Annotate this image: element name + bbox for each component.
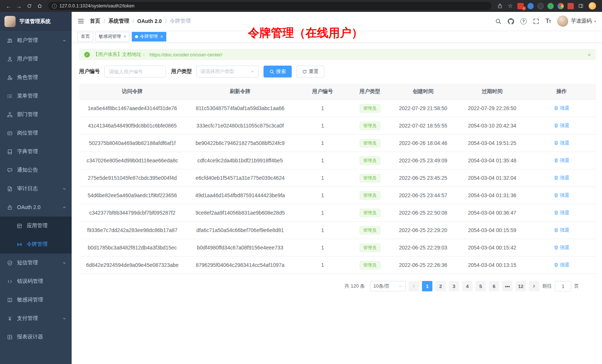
sidebar-item-notice[interactable]: 通知公告 xyxy=(0,161,72,179)
user-menu[interactable]: 芋道源码 ▾ xyxy=(557,16,596,27)
force-logout-button[interactable]: 强退 xyxy=(554,157,569,164)
sidebar-item-report-designer[interactable]: 报表设计器 xyxy=(0,328,72,346)
force-logout-button[interactable]: 强退 xyxy=(554,262,569,268)
reset-button[interactable]: 重置 xyxy=(296,66,324,77)
force-logout-button[interactable]: 强退 xyxy=(554,140,569,146)
page-button-1[interactable]: 1 xyxy=(422,281,432,291)
app-window-icon xyxy=(17,223,22,229)
github-icon[interactable] xyxy=(508,18,514,24)
browser-refresh-button[interactable] xyxy=(24,1,34,10)
cell-create-time: 2022-07-29 21:58:50 xyxy=(389,100,457,117)
table-row: c342377bf8b344799dcbf7bf095287f2 9ce8ef2… xyxy=(79,204,596,222)
cell-user-type: 管理员 xyxy=(350,257,389,274)
force-logout-button[interactable]: 强退 xyxy=(554,105,569,112)
page-button-5[interactable]: 5 xyxy=(475,281,486,291)
pagination: 共 120 条 10条/页 123456•••12 前往 页 xyxy=(79,281,596,291)
cell-create-time: 2022-06-25 22:29:03 xyxy=(389,239,457,257)
cell-expire-time: 2054-03-04 19:51:25 xyxy=(457,135,527,152)
extension-icon-colorful[interactable] xyxy=(557,3,564,9)
force-logout-button[interactable]: 强退 xyxy=(554,122,569,129)
cell-access-token: 1ea5e44f8bc1467aaede43144f31de76 xyxy=(79,100,186,117)
doc-link[interactable]: https://doc.iocoder.cn/user-center/ xyxy=(150,52,222,57)
force-logout-button[interactable]: 强退 xyxy=(554,209,569,216)
sidebar-item-payment[interactable]: 支付管理 xyxy=(0,309,72,328)
prev-page-button[interactable] xyxy=(409,281,419,291)
breadcrumb-separator: / xyxy=(104,18,105,24)
breadcrumb-oauth[interactable]: OAuth 2.0 xyxy=(137,18,162,24)
page-size-select[interactable]: 10条/页 xyxy=(370,281,406,291)
browser-address-bar[interactable]: i 127.0.0.1:1024/system/oauth2/token xyxy=(48,2,491,10)
breadcrumb-home[interactable]: 首页 xyxy=(90,18,100,24)
page-button-3[interactable]: 3 xyxy=(449,281,459,291)
search-button[interactable]: 搜索 xyxy=(264,66,292,77)
table-row: 1ea5e44f8bc1467aaede43144f31de76 811c530… xyxy=(79,100,596,117)
close-icon[interactable]: × xyxy=(124,34,126,39)
sidebar-item-sensitive-words[interactable]: 敏感词管理 xyxy=(0,291,72,309)
sidebar-item-app-management[interactable]: 应用管理 xyxy=(0,216,72,235)
sidebar-item-tenant[interactable]: 租户管理 xyxy=(0,31,72,50)
page-button-2[interactable]: 2 xyxy=(435,281,446,291)
force-logout-button[interactable]: 强退 xyxy=(554,244,569,251)
user-type-select[interactable]: 请选择用户类型 xyxy=(196,66,259,77)
sidebar-item-label: 部门管理 xyxy=(17,111,38,118)
next-page-button[interactable] xyxy=(529,281,539,291)
page-button-12[interactable]: 12 xyxy=(516,281,526,291)
page-info-icon[interactable]: i xyxy=(52,4,57,9)
tab-home[interactable]: 首页 xyxy=(78,32,93,42)
user-icon xyxy=(7,56,13,62)
force-logout-label: 强退 xyxy=(560,105,569,112)
search-icon[interactable] xyxy=(495,18,501,24)
browser-home-button[interactable] xyxy=(35,1,45,10)
sidebar-item-token-management[interactable]: 令牌管理 xyxy=(0,235,72,254)
bookmark-star-icon[interactable]: ☆ xyxy=(506,1,515,10)
help-icon[interactable]: ? xyxy=(520,18,527,24)
force-logout-button[interactable]: 强退 xyxy=(554,227,569,234)
sidebar-item-oauth[interactable]: OAuth 2.0 xyxy=(0,198,72,216)
cell-access-token: c342377bf8b344799dcbf7bf095287f2 xyxy=(79,204,186,222)
sidebar-item-sms[interactable]: 短信管理 xyxy=(0,254,72,272)
goto-page-input[interactable] xyxy=(555,281,571,291)
sidebar-item-post[interactable]: 岗位管理 xyxy=(0,124,72,142)
cell-actions: 强退 xyxy=(527,239,596,257)
page-ellipsis[interactable]: ••• xyxy=(502,281,513,291)
browser-forward-button[interactable]: → xyxy=(14,1,24,10)
split-view-icon[interactable] xyxy=(576,1,586,10)
sidebar-item-user[interactable]: 用户管理 xyxy=(0,50,72,68)
breadcrumb-system[interactable]: 系统管理 xyxy=(108,18,129,24)
layout-icon xyxy=(7,334,13,340)
alert-close-icon[interactable]: × xyxy=(588,52,591,57)
extension-icon-pin[interactable] xyxy=(567,3,574,9)
page-button-4[interactable]: 4 xyxy=(462,281,472,291)
yen-icon xyxy=(7,316,13,321)
browser-back-button[interactable]: ← xyxy=(4,1,13,10)
sidebar-item-dept[interactable]: 部门管理 xyxy=(0,105,72,124)
sidebar-item-error-code[interactable]: 错误码管理 xyxy=(0,272,72,291)
page-button-6[interactable]: 6 xyxy=(489,281,499,291)
tab-sensitive-words[interactable]: 敏感词管理 × xyxy=(95,32,130,42)
force-logout-button[interactable]: 强退 xyxy=(554,192,569,199)
user-id-input[interactable] xyxy=(104,66,166,77)
sidebar-item-role[interactable]: 角色管理 xyxy=(0,68,72,87)
cell-actions: 强退 xyxy=(527,187,596,204)
cell-refresh-token: 333ecfc71e02480cb11055c875c3ca0f xyxy=(186,117,295,135)
cell-create-time: 2022-06-25 23:45:25 xyxy=(389,169,457,187)
extension-icon-blue[interactable] xyxy=(527,3,534,9)
collapse-sidebar-icon[interactable] xyxy=(78,18,84,24)
cell-user-id: 1 xyxy=(295,169,350,187)
fullscreen-icon[interactable] xyxy=(533,18,539,24)
tab-token-management[interactable]: 令牌管理 × xyxy=(132,32,166,42)
force-logout-button[interactable]: 强退 xyxy=(554,175,569,181)
cell-expire-time: 2054-03-04 00:36:47 xyxy=(457,204,527,222)
sidebar-item-dict[interactable]: 字典管理 xyxy=(0,142,72,161)
user-type-placeholder: 请选择用户类型 xyxy=(200,68,234,75)
app-logo[interactable]: 芋道管理系统 xyxy=(0,12,72,31)
sidebar-item-menu[interactable]: 菜单管理 xyxy=(0,87,72,105)
share-icon[interactable] xyxy=(495,1,505,10)
browser-profile-avatar[interactable] xyxy=(589,2,596,10)
extension-icon-dark[interactable] xyxy=(537,3,544,9)
extension-icon-green[interactable] xyxy=(547,3,554,9)
extension-icon-red[interactable]: 0 xyxy=(516,3,525,9)
close-icon[interactable]: × xyxy=(160,34,163,39)
sidebar-item-audit-log[interactable]: 审计日志 xyxy=(0,179,72,198)
font-size-icon[interactable]: TT xyxy=(546,18,551,24)
